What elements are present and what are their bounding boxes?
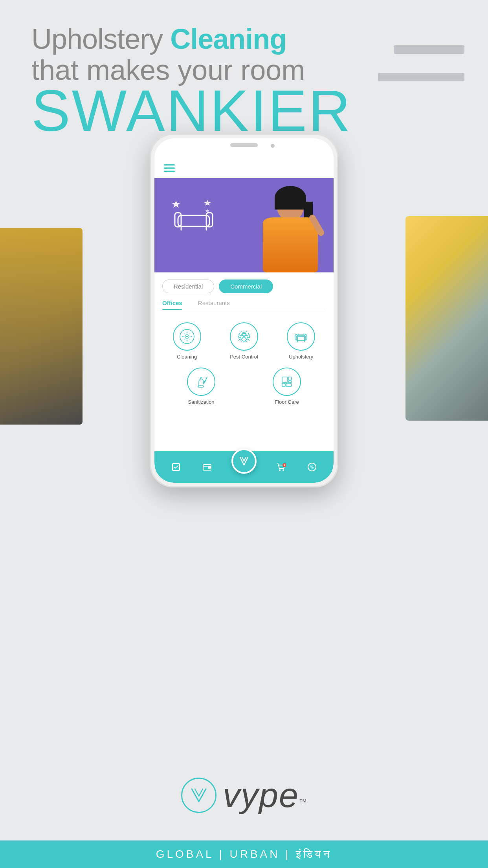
svg-marker-14 [189,339,191,340]
tabs-section: Residential Commercial Offices Restauran… [154,272,334,314]
svg-point-51 [283,469,284,471]
pest-icon-circle [230,322,258,351]
logo-v-icon [187,783,211,807]
hamburger-line-3 [164,171,175,172]
svg-rect-44 [286,383,292,386]
svg-marker-10 [186,340,187,342]
svg-marker-9 [186,331,187,333]
hamburger-menu[interactable] [164,164,175,172]
phone-container: Residential Commercial Offices Restauran… [150,134,338,487]
subtab-offices[interactable]: Offices [162,300,182,309]
sanitization-label: Sanitization [188,399,214,405]
svg-rect-41 [282,377,288,383]
svg-point-40 [205,381,206,382]
svg-marker-11 [182,336,183,337]
svg-rect-42 [288,377,292,380]
sanitization-icon-circle [187,368,215,396]
headline-big: SWANKIER [31,82,457,140]
svg-text:%: % [310,465,314,469]
sub-tabs: Offices Restaurants [162,300,326,311]
svg-marker-0 [173,202,179,207]
service-upholstery[interactable]: Upholstery [287,322,315,360]
svg-point-18 [186,336,188,337]
services-row-2: Sanitization [158,368,330,405]
floor-icon-circle [273,368,301,396]
tagline-bar: GLOBAL | URBAN | इंडियन [0,840,488,868]
tab-commercial[interactable]: Commercial [219,280,273,293]
logo-row: vype™ [181,778,307,813]
nav-center-vype[interactable] [231,449,257,474]
headline-line1: Upholstery Cleaning [31,24,457,55]
nav-offers[interactable]: % [305,460,319,474]
svg-marker-13 [183,333,185,335]
svg-rect-45 [288,381,292,383]
nav-wallet[interactable] [200,460,214,474]
services-row-1: Cleaning [158,322,330,360]
bg-left-image [0,228,83,425]
upholstery-icon [293,329,309,344]
svg-point-39 [206,378,207,379]
svg-text:1: 1 [284,463,285,466]
app-header [154,158,334,178]
svg-rect-48 [208,466,211,469]
headline-plain: Upholstery [31,23,170,55]
svg-point-50 [279,469,281,471]
service-floor-care[interactable]: Floor Care [273,368,301,405]
svg-rect-3 [178,215,209,226]
tagline-text: GLOBAL | URBAN | इंडियन [156,848,332,861]
banner-person [255,182,326,272]
logo-vype-text: vype [223,776,299,815]
svg-marker-16 [189,333,191,335]
hamburger-line-2 [164,167,175,169]
svg-marker-12 [191,336,193,337]
floor-icon [279,374,295,390]
logo-area: vype™ [181,778,307,813]
cleaning-icon-circle [173,322,201,351]
svg-marker-1 [205,201,210,205]
logo-text: vype™ [223,778,307,813]
svg-rect-43 [282,383,285,386]
service-sanitization[interactable]: Sanitization [187,368,215,405]
tab-residential[interactable]: Residential [162,280,214,293]
nav-tasks[interactable] [169,460,183,474]
floor-care-label: Floor Care [275,399,299,405]
service-cleaning[interactable]: Cleaning [173,322,201,360]
headline-area: Upholstery Cleaning that makes your room… [31,24,457,140]
svg-rect-35 [298,334,304,337]
pest-label: Pest Control [230,354,258,360]
upholstery-label: Upholstery [289,354,313,360]
services-grid: Cleaning [154,314,334,417]
cleaning-icon [179,329,195,344]
phone-camera [271,144,275,148]
bottom-nav: 1 % [154,451,334,483]
phone-screen: Residential Commercial Offices Restauran… [154,138,334,483]
app-content: Residential Commercial Offices Restauran… [154,158,334,483]
service-pest-control[interactable]: Pest Control [230,322,258,360]
hamburger-line-1 [164,164,175,166]
logo-tm: ™ [299,798,307,806]
svg-marker-15 [183,339,185,340]
svg-point-38 [205,380,205,381]
nav-cart[interactable]: 1 [274,460,288,474]
headline-highlight: Cleaning [170,23,286,55]
phone-speaker [230,143,258,147]
upholstery-icon-circle [287,322,315,351]
pest-icon [236,329,252,344]
banner-sofa-icon [170,198,217,233]
logo-circle [181,778,216,813]
phone-outer: Residential Commercial Offices Restauran… [150,134,338,487]
app-banner [154,178,334,272]
cleaning-label: Cleaning [177,354,197,360]
bg-right-image [405,216,488,421]
subtab-restaurants[interactable]: Restaurants [198,300,230,309]
segment-tabs: Residential Commercial [162,280,326,293]
sanitization-icon [193,374,209,390]
svg-marker-2 [206,210,209,212]
